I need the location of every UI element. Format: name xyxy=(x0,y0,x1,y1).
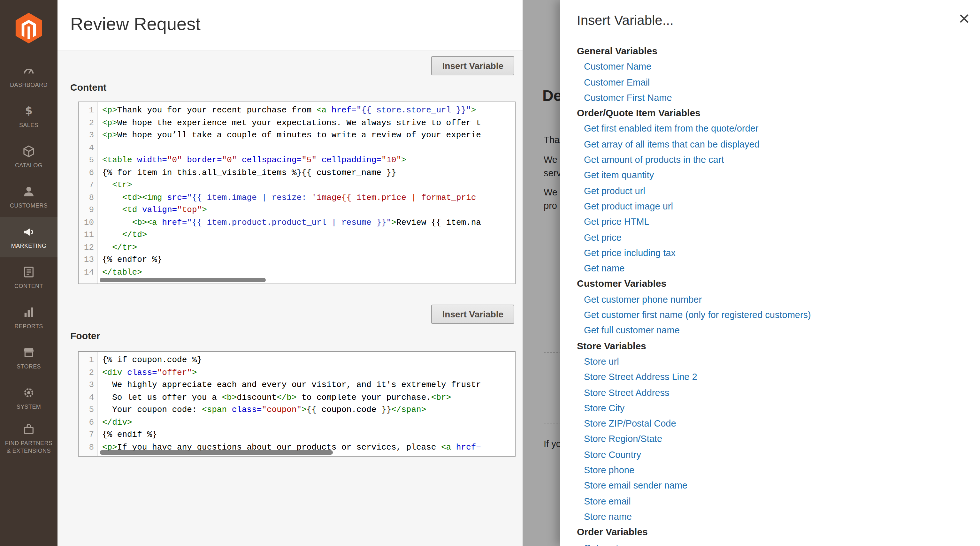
magento-logo[interactable] xyxy=(0,0,57,56)
variable-link[interactable]: Get price xyxy=(584,232,622,242)
footer-horizontal-scrollbar[interactable] xyxy=(100,450,333,455)
variable-item[interactable]: Store Street Address Line 2 xyxy=(577,369,975,385)
variable-item[interactable]: Store email sender name xyxy=(577,478,975,494)
insert-variable-button-content[interactable]: Insert Variable xyxy=(431,56,514,75)
code-line: <div class="offer"> xyxy=(102,366,515,379)
sidebar-item-find-partners-extensions[interactable]: FIND PARTNERS & EXTENSIONS xyxy=(0,418,57,459)
variable-link[interactable]: Get name xyxy=(584,263,624,273)
close-icon[interactable]: × xyxy=(956,6,972,31)
variable-link[interactable]: Get price including tax xyxy=(584,248,676,258)
system-icon xyxy=(22,386,35,400)
variable-item[interactable]: Get price xyxy=(577,230,975,245)
code-line: {% for item in this.all_visible_items %}… xyxy=(102,167,515,179)
variable-link[interactable]: Store phone xyxy=(584,465,635,475)
variable-item[interactable]: Get price HTML xyxy=(577,214,975,230)
code-line: <p>We hope the experience met your expec… xyxy=(102,117,515,129)
variable-item[interactable]: Store email xyxy=(577,493,975,509)
variable-item[interactable]: Store City xyxy=(577,400,975,416)
variable-link[interactable]: Get customer first name (only for regist… xyxy=(584,310,811,320)
variable-item[interactable]: Get product url xyxy=(577,183,975,198)
content-horizontal-scrollbar[interactable] xyxy=(100,278,266,282)
variable-item[interactable]: Store phone xyxy=(577,462,975,478)
sidebar-item-reports[interactable]: REPORTS xyxy=(0,298,57,338)
line-number: 7 xyxy=(79,179,94,191)
variable-item[interactable]: Get customer first name (only for regist… xyxy=(577,307,975,323)
variable-item[interactable]: Get item quantity xyxy=(577,168,975,183)
stores-icon xyxy=(22,346,35,360)
line-number: 14 xyxy=(79,266,94,278)
sidebar-item-marketing[interactable]: MARKETING xyxy=(0,217,57,257)
variable-item[interactable]: Get price including tax xyxy=(577,245,975,261)
variable-link[interactable]: Store email sender name xyxy=(584,481,687,491)
reports-icon xyxy=(22,305,35,319)
code-line: We highly appreciate each and every our … xyxy=(102,379,515,391)
sidebar-item-dashboard[interactable]: DASHBOARD xyxy=(0,56,57,97)
variable-item[interactable]: Get full customer name xyxy=(577,323,975,338)
line-number: 13 xyxy=(79,254,94,266)
variable-item[interactable]: Store Street Address xyxy=(577,385,975,400)
variable-item[interactable]: Get array of all items that can be displ… xyxy=(577,136,975,152)
variable-link[interactable]: Get first enabled item from the quote/or… xyxy=(584,124,758,134)
variable-item[interactable]: Get amount of products in the cart xyxy=(577,152,975,168)
line-number: 12 xyxy=(79,241,94,254)
variable-link[interactable]: Store Street Address Line 2 xyxy=(584,371,697,382)
variable-link[interactable]: Customer First Name xyxy=(584,93,672,103)
variable-item[interactable]: Get customer name xyxy=(577,540,975,546)
variable-item[interactable]: Get first enabled item from the quote/or… xyxy=(577,121,975,136)
variable-link[interactable]: Get customer name xyxy=(584,543,665,546)
variable-item[interactable]: Customer First Name xyxy=(577,90,975,106)
variable-link[interactable]: Get price HTML xyxy=(584,217,649,227)
variable-item[interactable]: Get product image url xyxy=(577,198,975,214)
variable-link[interactable]: Store Region/State xyxy=(584,434,662,444)
variable-link[interactable]: Get customer phone number xyxy=(584,294,702,305)
content-code-editor[interactable]: 1234567891011121314 <p>Thank you for you… xyxy=(78,102,515,284)
variable-link[interactable]: Get amount of products in the cart xyxy=(584,154,724,165)
variable-link[interactable]: Get item quantity xyxy=(584,170,654,180)
variable-list: General VariablesCustomer NameCustomer E… xyxy=(577,43,975,546)
variable-section-header: General Variables xyxy=(577,43,975,59)
sales-icon: $ xyxy=(22,104,35,118)
sidebar-item-label: FIND PARTNERS & EXTENSIONS xyxy=(3,440,55,455)
variable-section-header: Store Variables xyxy=(577,338,975,354)
variable-item[interactable]: Get customer phone number xyxy=(577,292,975,308)
content-code-area[interactable]: <p>Thank you for your recent purchase fr… xyxy=(98,102,515,284)
sidebar-item-system[interactable]: SYSTEM xyxy=(0,378,57,418)
variable-link[interactable]: Store Street Address xyxy=(584,387,670,398)
variable-item[interactable]: Customer Email xyxy=(577,75,975,90)
sidebar-item-catalog[interactable]: CATALOG xyxy=(0,136,57,177)
variable-link[interactable]: Store url xyxy=(584,356,619,367)
variable-item[interactable]: Store Region/State xyxy=(577,432,975,447)
variable-link[interactable]: Customer Email xyxy=(584,77,650,87)
sidebar-item-content[interactable]: CONTENT xyxy=(0,257,57,298)
footer-code-area[interactable]: {% if coupon.code %}<div class="offer"> … xyxy=(98,352,515,456)
sidebar-menu: DASHBOARD$SALESCATALOGCUSTOMERSMARKETING… xyxy=(0,56,57,459)
svg-text:$: $ xyxy=(25,105,32,117)
variable-item[interactable]: Store name xyxy=(577,509,975,525)
variable-link[interactable]: Get full customer name xyxy=(584,325,680,336)
sidebar-item-customers[interactable]: CUSTOMERS xyxy=(0,177,57,217)
insert-variable-button-footer[interactable]: Insert Variable xyxy=(431,305,514,324)
sidebar-item-label: REPORTS xyxy=(14,323,43,330)
variable-item[interactable]: Store Country xyxy=(577,447,975,462)
sidebar-item-sales[interactable]: $SALES xyxy=(0,97,57,136)
code-line: {% endif %} xyxy=(102,429,515,441)
variable-link[interactable]: Get product url xyxy=(584,186,645,196)
variable-link[interactable]: Store Country xyxy=(584,449,641,459)
variable-link[interactable]: Customer Name xyxy=(584,62,651,72)
variable-link[interactable]: Get product image url xyxy=(584,201,673,211)
code-line: </tr> xyxy=(102,241,515,254)
variable-link[interactable]: Store City xyxy=(584,403,624,413)
code-line: </td> xyxy=(102,229,515,241)
variable-item[interactable]: Store ZIP/Postal Code xyxy=(577,416,975,432)
variable-link[interactable]: Store email xyxy=(584,496,631,506)
variable-item[interactable]: Customer Name xyxy=(577,59,975,75)
code-line: {% endfor %} xyxy=(102,254,515,266)
variable-link[interactable]: Store ZIP/Postal Code xyxy=(584,418,676,429)
variable-link[interactable]: Store name xyxy=(584,511,632,522)
footer-code-editor[interactable]: 12345678 {% if coupon.code %}<div class=… xyxy=(78,351,515,457)
code-line: <td><img src="{{ item.image | resize: 'i… xyxy=(102,191,515,204)
sidebar-item-stores[interactable]: STORES xyxy=(0,338,57,378)
variable-item[interactable]: Get name xyxy=(577,260,975,276)
variable-item[interactable]: Store url xyxy=(577,354,975,370)
variable-link[interactable]: Get array of all items that can be displ… xyxy=(584,139,760,149)
